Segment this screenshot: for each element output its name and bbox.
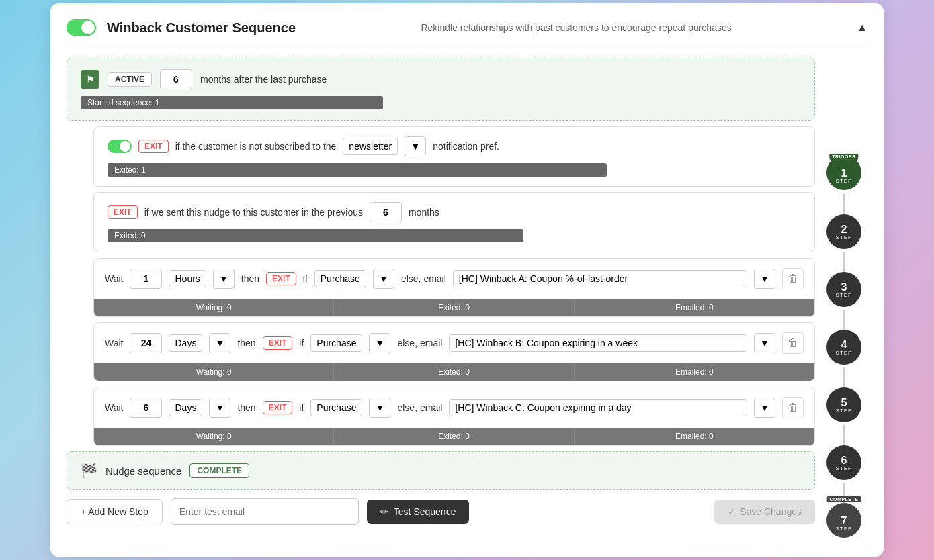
step4-if-label: if [303, 273, 308, 284]
step6-email-arrow[interactable]: ▼ [754, 398, 775, 418]
step4-condition-select[interactable]: Purchase [314, 270, 366, 287]
step4-row: Wait Hours ▼ then EXIT if Purchase ▼ [94, 259, 814, 299]
step6-waiting-stat: Waiting: 0 [94, 428, 334, 445]
step3-row: EXIT if we sent this nudge to this custo… [108, 202, 801, 222]
step4-exited-stat: Exited: 0 [334, 299, 574, 316]
test-sequence-button[interactable]: ✏ Test Sequence [367, 500, 470, 524]
step5-delete-button[interactable]: 🗑 [782, 332, 804, 354]
step6-indicator: 6 STEP [826, 445, 861, 483]
step6-then-label: then [237, 402, 255, 413]
step2-row: EXIT if the customer is not subscribed t… [108, 136, 801, 156]
step2-exit-badge[interactable]: EXIT [138, 140, 169, 153]
step6-block: Wait Days ▼ then EXIT if Purchase ▼ [93, 387, 815, 446]
save-changes-button[interactable]: ✓ Save Changes [714, 500, 815, 524]
trigger-badge: TRIGGER [829, 154, 858, 160]
step2-newsletter-select[interactable]: newsletter [343, 138, 398, 155]
test-icon: ✏ [380, 506, 388, 517]
step4-email-select[interactable]: [HC] Winback A: Coupon %-of-last-order [453, 270, 747, 287]
step4-wait-value[interactable] [130, 269, 162, 289]
step4-stats: Waiting: 0 Exited: 0 Emailed: 0 [94, 299, 814, 316]
trigger-months-input[interactable] [160, 69, 192, 89]
step6-unit-select[interactable]: Days [169, 399, 202, 416]
step3-progress-container: Exited: 0 [108, 229, 801, 242]
step4-then-label: then [241, 273, 259, 284]
step6-exited-stat: Exited: 0 [334, 428, 574, 445]
step4-else-label: else, email [401, 273, 446, 284]
step6-email-select[interactable]: [HC] Winback C: Coupon expiring in a day [449, 399, 747, 416]
step3-months-input[interactable] [370, 202, 402, 222]
step5-wait-value[interactable] [130, 333, 162, 353]
step6-unit-arrow[interactable]: ▼ [209, 398, 230, 418]
step5-circle: 5 STEP [826, 387, 861, 422]
step2-indicator: 2 STEP [826, 214, 861, 252]
step3-exit-badge[interactable]: EXIT [108, 205, 138, 219]
trigger-progress-label: Started sequence: 1 [87, 98, 159, 107]
connector-5-6 [843, 425, 845, 445]
add-step-button[interactable]: + Add New Step [67, 499, 163, 524]
connector-3-4 [843, 310, 845, 330]
connector-1-2 [843, 194, 845, 214]
step6-condition-arrow[interactable]: ▼ [369, 398, 390, 418]
step5-indicator: 5 STEP [826, 387, 861, 425]
step4-email-arrow[interactable]: ▼ [754, 269, 775, 289]
step5-if-label: if [299, 338, 304, 348]
indented-steps: EXIT if the customer is not subscribed t… [77, 126, 815, 446]
step4-exit-badge[interactable]: EXIT [266, 272, 296, 285]
step5-exit-badge[interactable]: EXIT [263, 336, 293, 350]
step2-circle: 2 STEP [826, 214, 861, 249]
step2-block: EXIT if the customer is not subscribed t… [93, 126, 815, 187]
step4-wait-label: Wait [105, 273, 123, 284]
step4-emailed-stat: Emailed: 0 [575, 299, 814, 316]
collapse-button[interactable]: ▲ [857, 21, 867, 34]
step6-exit-badge[interactable]: EXIT [263, 401, 293, 414]
step4-delete-button[interactable]: 🗑 [782, 268, 804, 289]
step6-emailed-stat: Emailed: 0 [575, 428, 814, 445]
sequence-description: Rekindle relationships with past custome… [306, 22, 846, 33]
step4-circle: 4 STEP [826, 330, 861, 365]
trigger-row: ⚑ ACTIVE months after the last purchase [81, 69, 801, 89]
step2-condition-text2: notification pref. [433, 141, 499, 152]
step2-progress-bar: Exited: 1 [108, 163, 607, 177]
step6-delete-button[interactable]: 🗑 [782, 397, 804, 418]
step5-unit-arrow[interactable]: ▼ [209, 333, 230, 353]
test-email-input[interactable] [171, 498, 359, 525]
sequence-title: Winback Customer Sequence [107, 20, 296, 36]
step6-wait-value[interactable] [130, 398, 162, 418]
complete-circle-label: COMPLETE [827, 496, 861, 502]
step6-wait-label: Wait [105, 402, 123, 413]
trigger-months-label: months after the last purchase [200, 74, 327, 85]
step5-else-label: else, email [397, 338, 442, 348]
step4-unit-arrow[interactable]: ▼ [213, 269, 235, 289]
step7-indicator: COMPLETE 7 STEP [826, 503, 861, 541]
step2-dropdown-arrow[interactable]: ▼ [405, 136, 426, 156]
step4-waiting-stat: Waiting: 0 [94, 299, 334, 316]
step3-progress-bar: Exited: 0 [108, 229, 523, 242]
step5-email-arrow[interactable]: ▼ [754, 333, 775, 353]
step4-unit-select[interactable]: Hours [169, 270, 206, 287]
flag-icon: ⚑ [81, 70, 99, 89]
finish-flag-icon: 🏁 [81, 463, 97, 479]
step3-block: EXIT if we sent this nudge to this custo… [93, 192, 815, 252]
step5-block: Wait Days ▼ then EXIT if Purchase ▼ [93, 322, 815, 381]
step5-waiting-stat: Waiting: 0 [94, 363, 334, 381]
step5-email-select[interactable]: [HC] Winback B: Coupon expiring in a wee… [449, 334, 747, 352]
step5-wait-label: Wait [105, 338, 123, 348]
step4-block: Wait Hours ▼ then EXIT if Purchase ▼ [93, 258, 815, 317]
step4-condition-arrow[interactable]: ▼ [373, 269, 394, 289]
footer-row: + Add New Step ✏ Test Sequence ✓ Save Ch… [67, 498, 815, 525]
sequence-toggle[interactable] [67, 19, 96, 36]
step6-condition-select[interactable]: Purchase [310, 399, 362, 416]
connector-2-3 [843, 252, 845, 272]
step5-then-label: then [237, 338, 255, 348]
step5-emailed-stat: Emailed: 0 [575, 363, 814, 381]
active-badge: ACTIVE [108, 72, 152, 87]
step2-progress-container: Exited: 1 [108, 163, 801, 177]
step6-circle: 6 STEP [826, 445, 861, 480]
step5-condition-arrow[interactable]: ▼ [369, 333, 390, 353]
step2-progress-label: Exited: 1 [114, 165, 146, 175]
step6-stats: Waiting: 0 Exited: 0 Emailed: 0 [94, 428, 814, 445]
step5-condition-select[interactable]: Purchase [310, 334, 362, 352]
step5-unit-select[interactable]: Days [169, 334, 202, 352]
step2-toggle[interactable] [108, 140, 132, 153]
step7-complete-block: 🏁 Nudge sequence COMPLETE [67, 451, 815, 490]
